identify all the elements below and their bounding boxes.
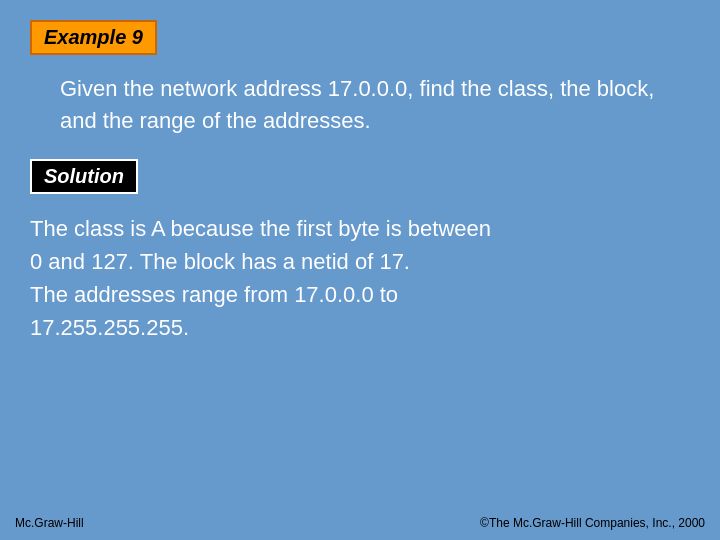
- solution-line-4: 17.255.255.255.: [30, 311, 690, 344]
- footer: Mc.Graw-Hill ©The Mc.Graw-Hill Companies…: [15, 516, 705, 530]
- page-container: Example 9 Given the network address 17.0…: [0, 0, 720, 540]
- solution-text: The class is A because the first byte is…: [30, 212, 690, 344]
- footer-right: ©The Mc.Graw-Hill Companies, Inc., 2000: [480, 516, 705, 530]
- footer-left: Mc.Graw-Hill: [15, 516, 84, 530]
- solution-line-1: The class is A because the first byte is…: [30, 212, 690, 245]
- solution-line-3: The addresses range from 17.0.0.0 to: [30, 278, 690, 311]
- solution-line-2: 0 and 127. The block has a netid of 17.: [30, 245, 690, 278]
- example-badge: Example 9: [30, 20, 157, 55]
- solution-badge: Solution: [30, 159, 138, 194]
- problem-text-content: Given the network address 17.0.0.0, find…: [60, 76, 654, 133]
- problem-text: Given the network address 17.0.0.0, find…: [60, 73, 690, 137]
